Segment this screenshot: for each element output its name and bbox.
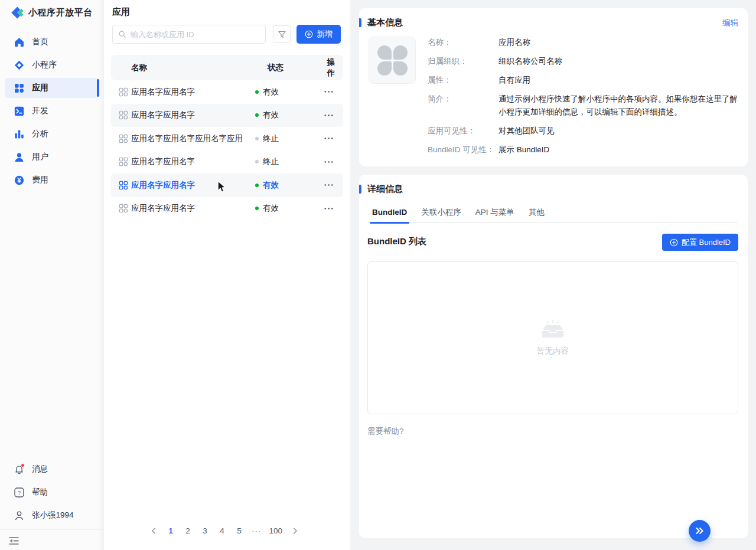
add-app-label: 新增 xyxy=(317,29,333,40)
tab[interactable]: 其他 xyxy=(529,207,545,222)
sidebar-item-user[interactable]: 用户 xyxy=(5,147,99,167)
expand-panel-button[interactable] xyxy=(689,520,711,542)
table-row[interactable]: 应用名字应用名字 有效 xyxy=(111,173,343,197)
detail-tabs: BundleID 关联小程序 API 与菜单 其他 xyxy=(367,207,738,223)
pagination-item[interactable]: 3 xyxy=(198,523,212,538)
table-row[interactable]: 应用名字应用名字 有效 xyxy=(111,197,343,221)
sidebar-item-help[interactable]: 帮助 xyxy=(5,482,99,502)
page-number: 1 xyxy=(168,526,173,535)
detail-info-title: 详细信息 xyxy=(367,184,403,195)
sidebar-item-label: 分析 xyxy=(32,129,48,139)
plus-circle-icon xyxy=(305,30,313,38)
row-more-button[interactable] xyxy=(322,179,335,191)
page-number: 5 xyxy=(237,526,242,535)
tab[interactable]: API 与菜单 xyxy=(475,207,514,222)
status-dot xyxy=(255,113,259,117)
ellipsis-icon xyxy=(324,180,334,190)
basic-info-card: 基本信息 编辑 名称： 应用名称 归属组织： 组织名称公司名称 xyxy=(359,8,748,166)
row-more-button[interactable] xyxy=(322,202,335,215)
app-grid-icon xyxy=(119,87,128,97)
edit-link[interactable]: 编辑 xyxy=(722,18,738,28)
table-row[interactable]: 应用名字应用名字 终止 xyxy=(111,150,343,174)
status-label: 有效 xyxy=(263,87,279,97)
need-help-link[interactable]: 需要帮助? xyxy=(367,426,404,437)
tab[interactable]: BundleID xyxy=(372,207,407,222)
app-name: 应用名字应用名字应用名字应用 xyxy=(131,133,255,144)
sidebar-item-terminal[interactable]: 开发 xyxy=(5,101,99,121)
app-name: 应用名字应用名字 xyxy=(131,203,255,214)
filter-button[interactable] xyxy=(273,25,291,43)
tab-label: 关联小程序 xyxy=(421,208,461,217)
pagination-item[interactable]: 2 xyxy=(181,523,195,538)
mouse-cursor xyxy=(217,181,226,193)
pagination-item[interactable] xyxy=(288,523,302,538)
column-actions: 操作 xyxy=(321,57,335,78)
tab-label: API 与菜单 xyxy=(475,208,514,217)
row-actions xyxy=(308,179,335,191)
status-badge: 有效 xyxy=(255,203,308,214)
search-input[interactable] xyxy=(131,30,260,39)
sidebar-item-label: 用户 xyxy=(32,152,48,162)
pagination-item[interactable]: 100 xyxy=(267,523,285,538)
sidebar-item-analytics[interactable]: 分析 xyxy=(5,124,99,144)
empty-state: 暂无内容 xyxy=(367,261,738,414)
ellipsis-icon xyxy=(324,204,334,214)
status-dot xyxy=(255,207,259,210)
notification-badge xyxy=(21,463,25,467)
sidebar-footer-label: 消息 xyxy=(32,464,48,474)
app-placeholder-icon xyxy=(377,45,408,76)
user-icon xyxy=(14,152,24,162)
row-more-button[interactable] xyxy=(322,156,335,168)
row-more-button[interactable] xyxy=(322,109,335,122)
info-field: 归属组织： 组织名称公司名称 xyxy=(428,55,738,68)
pagination-item[interactable]: 4 xyxy=(215,523,229,538)
page-number: 4 xyxy=(220,526,224,535)
field-label: 应用可见性： xyxy=(428,125,498,138)
status-dot xyxy=(255,137,259,140)
field-value: 应用名称 xyxy=(498,36,530,49)
basic-info-fields: 名称： 应用名称 归属组织： 组织名称公司名称 属性： 自有应用 简介： 通过示… xyxy=(428,36,738,162)
sidebar-item-bell[interactable]: 消息 xyxy=(5,459,99,479)
status-badge: 有效 xyxy=(255,110,308,120)
platform-logo-icon xyxy=(7,4,24,21)
app-grid-icon xyxy=(119,204,128,213)
pagination-item[interactable]: 1 xyxy=(164,523,178,538)
pagination-chevron-icon xyxy=(149,526,158,535)
search-icon xyxy=(118,30,126,38)
sidebar-item-miniprogram[interactable]: 小程序 xyxy=(5,55,99,75)
table-row[interactable]: 应用名字应用名字 有效 xyxy=(111,80,343,104)
row-more-button[interactable] xyxy=(322,86,335,98)
row-actions xyxy=(308,109,335,122)
sidebar-item-label: 费用 xyxy=(32,175,48,185)
sidebar-item-profile[interactable]: 张小强1994 xyxy=(5,505,99,525)
field-label: 名称： xyxy=(428,36,498,49)
empty-tray-icon xyxy=(539,319,566,339)
pagination-item[interactable]: 5 xyxy=(232,523,246,538)
configure-bundleid-button[interactable]: 配置 BundleID xyxy=(662,234,738,251)
pagination-item[interactable] xyxy=(146,523,161,538)
table-row[interactable]: 应用名字应用名字 有效 xyxy=(111,104,343,127)
pagination-item[interactable]: ··· xyxy=(249,523,264,538)
bundleid-list-title: BundleID 列表 xyxy=(367,236,426,247)
detail-info-card: 详细信息 BundleID 关联小程序 API 与菜单 其他 Bundle xyxy=(359,175,748,538)
info-field: BundleID 可见性： 展示 BundleID xyxy=(428,143,738,156)
add-app-button[interactable]: 新增 xyxy=(296,25,341,44)
row-more-button[interactable] xyxy=(322,132,335,145)
table-row[interactable]: 应用名字应用名字应用名字应用 终止 xyxy=(111,127,343,150)
app-grid-icon xyxy=(119,134,128,143)
collapse-sidebar-button[interactable] xyxy=(8,535,21,546)
sidebar-item-billing[interactable]: 费用 xyxy=(5,170,99,190)
brand-title: 小程序开放平台 xyxy=(28,7,93,18)
field-value: 对其他团队可见 xyxy=(498,125,555,138)
tab[interactable]: 关联小程序 xyxy=(421,207,461,222)
sidebar-nav: 首页 小程序 应用 开发 分析 xyxy=(5,32,99,193)
sidebar-item-apps[interactable]: 应用 xyxy=(5,78,99,98)
analytics-icon xyxy=(14,129,24,139)
configure-bundleid-label: 配置 BundleID xyxy=(682,237,731,248)
tab-label: BundleID xyxy=(372,208,407,217)
ellipsis-icon xyxy=(324,87,334,97)
app-grid-icon xyxy=(119,181,128,190)
status-badge: 有效 xyxy=(255,180,308,191)
sidebar-item-home[interactable]: 首页 xyxy=(5,32,99,52)
row-actions xyxy=(308,202,335,215)
